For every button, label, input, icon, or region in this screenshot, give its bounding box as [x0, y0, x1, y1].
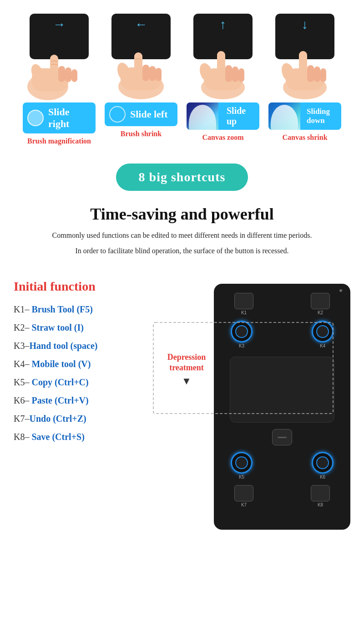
timesaving-section: Time-saving and powerful Commonly used f… [0, 200, 364, 270]
svg-rect-19 [238, 68, 244, 82]
k8-button[interactable]: K8 [311, 485, 330, 507]
svg-rect-16 [217, 51, 225, 79]
sliding-down-label-box: Sliding down [268, 102, 341, 130]
svg-rect-5 [71, 69, 77, 82]
small-button-row [221, 429, 344, 445]
small-center-button[interactable] [272, 429, 292, 445]
k1-value: Brush Tool (F5) [31, 304, 92, 314]
timesaving-note: In order to facilitate blind operation, … [18, 245, 346, 256]
sliding-down-hand-svg [268, 27, 341, 100]
function-item-k1: K1– Brush Tool (F5) [14, 303, 205, 316]
svg-rect-25 [314, 66, 320, 82]
functions-list: Initial function K1– Brush Tool (F5) K2–… [14, 279, 214, 530]
slide-left-hand-svg [105, 27, 177, 100]
slide-up-image [187, 102, 218, 130]
slide-left-label-box: Slide left [105, 102, 177, 126]
k5-value: Copy (Ctrl+C) [31, 377, 88, 387]
k4-prefix: K4– [14, 359, 31, 369]
svg-rect-3 [58, 66, 65, 82]
k7-value: Undo (Ctrl+Z) [29, 414, 86, 424]
slide-up-label: Slide up [223, 106, 259, 127]
slide-right-circle [27, 110, 44, 126]
k3-dial[interactable]: K3 [231, 321, 253, 348]
shortcut-badge: 8 big shortcuts [116, 164, 248, 191]
tablet-device-wrapper: Depressiontreatment ▼ K1 K2 [214, 279, 350, 530]
k5-prefix: K5– [14, 377, 31, 387]
svg-rect-11 [149, 66, 156, 81]
slide-right-label-box: Slide right [23, 102, 96, 133]
slide-right-label: Slide right [48, 106, 91, 130]
k7-button[interactable]: K7 [234, 485, 253, 507]
k1-prefix: K1– [14, 304, 31, 314]
k2-button[interactable]: K2 [311, 293, 330, 315]
timesaving-desc: Commonly used functions can be edited to… [18, 230, 346, 241]
svg-rect-24 [307, 65, 314, 82]
svg-rect-10 [142, 65, 149, 81]
slide-right-hand: → [23, 9, 96, 100]
slide-left-hand: ← [105, 9, 177, 100]
function-item-k2: K2– Straw tool (I) [14, 321, 205, 334]
svg-rect-17 [225, 65, 232, 82]
initial-function-title: Initial function [14, 279, 205, 294]
gesture-slide-left: ← Slide left Brush shrink [102, 9, 180, 145]
k7-prefix: K7– [14, 414, 29, 424]
k8-prefix: K8– [14, 432, 31, 442]
key-row-1: K1 K2 [221, 293, 344, 315]
slide-left-label: Slide left [130, 108, 168, 120]
k6-prefix: K6– [14, 395, 31, 405]
slide-up-hand: ↑ [187, 9, 259, 100]
sliding-down-caption: Canvas shrink [282, 133, 327, 142]
k8-value: Save (Ctrl+S) [31, 432, 84, 442]
touchpad[interactable] [230, 357, 334, 423]
k3-prefix: K3– [14, 341, 29, 351]
function-item-k8: K8– Save (Ctrl+S) [14, 430, 205, 443]
k2-value: Straw tool (I) [31, 322, 83, 332]
function-item-k6: K6– Paste (Ctrl+V) [14, 394, 205, 407]
depression-arrow-icon: ▼ [150, 375, 223, 387]
sliding-down-hand: ↓ [268, 9, 341, 100]
slide-up-label-box: Slide up [187, 102, 259, 130]
bottom-section: Initial function K1– Brush Tool (F5) K2–… [0, 270, 364, 548]
k2-prefix: K2– [14, 322, 31, 332]
tablet-device: K1 K2 K3 [214, 284, 350, 530]
svg-rect-18 [232, 66, 238, 82]
sliding-down-image [268, 102, 300, 130]
k6-dial[interactable]: K6 [312, 452, 334, 480]
timesaving-title: Time-saving and powerful [18, 205, 346, 224]
k4-value: Mobile tool (V) [31, 359, 91, 369]
sliding-down-label: Sliding down [305, 107, 341, 125]
function-item-k7: K7–Undo (Ctrl+Z) [14, 412, 205, 425]
key-row-4: K7 K8 [221, 485, 344, 507]
key-row-3: K5 K6 [221, 452, 344, 480]
indicator-dot [339, 289, 342, 292]
slide-up-hand-svg [187, 27, 259, 100]
slide-up-caption: Canvas zoom [202, 133, 243, 142]
svg-rect-4 [65, 67, 71, 82]
slide-right-caption: Brush magnification [27, 137, 91, 145]
shortcut-badge-section: 8 big shortcuts [0, 150, 364, 200]
gesture-slide-up: ↑ Slide up Canvas zoom [184, 9, 262, 145]
slide-right-hand-svg [23, 27, 96, 100]
k1-button[interactable]: K1 [234, 293, 253, 315]
svg-rect-26 [320, 68, 326, 82]
svg-rect-12 [156, 68, 162, 81]
tablet-device-inner: K1 K2 K3 [214, 284, 350, 516]
key-row-2: K3 K4 [221, 321, 344, 348]
svg-rect-9 [134, 52, 142, 79]
gesture-sliding-down: ↓ Sliding down Canvas shrink [266, 9, 344, 145]
k5-dial[interactable]: K5 [231, 452, 253, 480]
depression-label: Depressiontreatment [150, 352, 223, 373]
gesture-slide-right: → Slide right Brush m [20, 9, 98, 145]
slide-left-caption: Brush shrink [121, 130, 162, 138]
k6-value: Paste (Ctrl+V) [31, 395, 88, 405]
gestures-section: → Slide right Brush m [0, 0, 364, 150]
svg-rect-23 [299, 51, 307, 79]
k4-dial[interactable]: K4 [312, 321, 334, 348]
svg-rect-2 [50, 55, 58, 80]
slide-left-circle [109, 106, 126, 123]
depression-annotation: Depressiontreatment ▼ [150, 352, 223, 387]
function-item-k3: K3–Hand tool (space) [14, 339, 205, 352]
k3-value: Hand tool (space) [29, 341, 97, 351]
